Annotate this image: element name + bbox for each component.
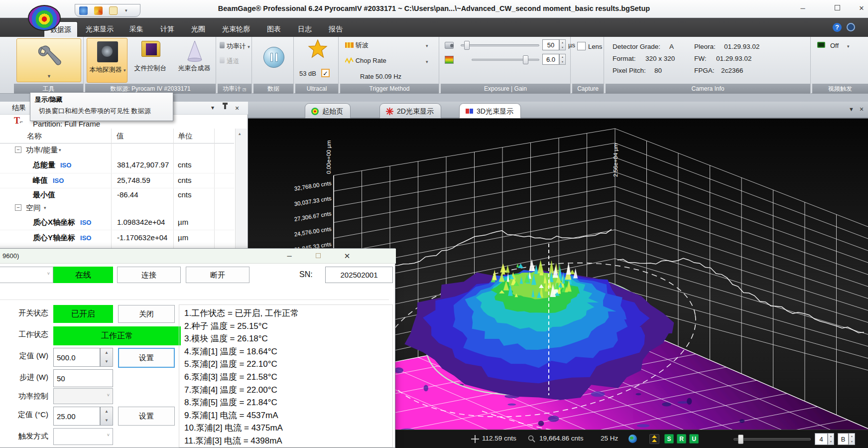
power-control-combobox[interactable]: ˅ xyxy=(53,388,113,404)
tab-2d-display[interactable]: 2D光束显示 xyxy=(379,103,441,118)
status-badge-u[interactable]: U xyxy=(689,434,699,444)
close-button[interactable]: ✕ xyxy=(853,3,868,14)
buffer-spin[interactable]: ▴▾ xyxy=(849,433,855,445)
qat-chevron-icon[interactable]: ▾ xyxy=(125,8,127,13)
port-combobox[interactable]: ˅ xyxy=(0,267,53,283)
frame-spin[interactable]: ▴▾ xyxy=(828,433,834,445)
beam-combiner-button[interactable]: 光束合成器 xyxy=(173,37,216,83)
app-logo-icon[interactable] xyxy=(28,5,61,31)
table-row[interactable]: 最小值 -86.44 cnts xyxy=(0,188,234,202)
results-scrollbar[interactable]: ▴ xyxy=(235,129,247,248)
exposure-spin[interactable]: ▴▾ xyxy=(559,39,566,50)
tab-beam-display[interactable]: 光束显示 xyxy=(80,21,120,37)
navigate-icon[interactable] xyxy=(847,23,855,31)
local-detector-button[interactable]: 本地探测器 ▾ xyxy=(87,38,127,83)
power-setpoint-input[interactable] xyxy=(53,348,100,367)
chop-dropdown-icon[interactable]: ▾ xyxy=(426,43,428,48)
scroll-up-icon[interactable]: ▴ xyxy=(239,131,241,136)
chop-rate-item[interactable]: Chop Rate xyxy=(345,57,386,64)
col-value[interactable]: 值 xyxy=(117,132,124,141)
col-name[interactable]: 名称 xyxy=(27,132,42,141)
chop-rate-dropdown-icon[interactable]: ▾ xyxy=(426,59,428,64)
power-set-button[interactable]: 设置 xyxy=(118,348,175,368)
tab-log[interactable]: 日志 xyxy=(292,21,318,37)
tab-report[interactable]: 报告 xyxy=(323,21,349,37)
powermeter-item[interactable]: 功率计 ▾ xyxy=(220,42,250,51)
exposure-slider[interactable] xyxy=(461,44,539,46)
dialog-title-bar[interactable]: 9600) ─ ✕ xyxy=(0,249,396,264)
sn-input[interactable] xyxy=(325,267,393,283)
frame-number-input[interactable] xyxy=(815,433,828,445)
table-row[interactable]: 质心Y轴坐标ISO -1.170632e+04 µm xyxy=(0,230,234,246)
group-dropdown-icon[interactable]: ▾ xyxy=(44,205,46,210)
zoom-slider-handle[interactable] xyxy=(738,435,744,444)
temp-setpoint-input[interactable] xyxy=(53,407,100,426)
dialog-minimize-icon[interactable]: ─ xyxy=(280,251,298,262)
text-tool-icon[interactable]: T⌐ xyxy=(14,116,26,128)
buffer-button[interactable]: B xyxy=(838,433,849,445)
trigger-mode-combobox[interactable]: ˅ xyxy=(53,428,113,445)
pause-button[interactable] xyxy=(263,47,284,68)
maximize-button[interactable] xyxy=(829,3,846,14)
tab-compute[interactable]: 计算 xyxy=(154,21,180,37)
disconnect-button[interactable]: 断开 xyxy=(186,267,249,283)
exposure-input[interactable] xyxy=(542,39,559,50)
globe-icon[interactable] xyxy=(628,435,637,443)
tabbar-close-icon[interactable]: × xyxy=(860,105,864,113)
dialog-maximize-icon[interactable] xyxy=(309,251,327,262)
video-trigger-value[interactable]: Off xyxy=(830,42,839,49)
exposure-slider-handle[interactable] xyxy=(464,41,470,50)
gain-spin[interactable]: ▴▾ xyxy=(559,54,566,65)
star-icon[interactable] xyxy=(308,39,328,59)
qat-icon-1[interactable] xyxy=(79,6,88,15)
temp-set-button[interactable]: 设置 xyxy=(118,407,175,426)
table-row[interactable]: 峰值ISO 25,748.59 cnts xyxy=(0,173,234,188)
chop-item[interactable]: 斩波 xyxy=(345,41,369,50)
file-console-button[interactable]: 文件控制台 xyxy=(129,37,172,83)
tools-button[interactable]: ▼ xyxy=(16,38,81,82)
list-item: 5.泵浦[2] 温度 = 22.10°C xyxy=(184,358,392,371)
qat-icon-2[interactable] xyxy=(94,6,103,15)
panel-close-icon[interactable]: × xyxy=(235,104,239,112)
power-setpoint-spin[interactable]: ▲▼ xyxy=(100,348,113,367)
status-badge-s[interactable]: S xyxy=(664,434,674,444)
help-icon[interactable]: ? xyxy=(833,23,842,32)
laser-status-list[interactable]: 1.工作状态 = 已开启, 工作正常 2.种子 温度 = 25.15°C 3.模… xyxy=(179,304,393,448)
table-row[interactable]: 质心X轴坐标ISO 1.098342e+04 µm xyxy=(0,214,234,230)
connect-button[interactable]: 连接 xyxy=(117,267,181,283)
status-badge-r[interactable]: R xyxy=(677,434,686,444)
qat-icon-3[interactable] xyxy=(109,6,118,15)
collapse-icon[interactable]: − xyxy=(15,204,21,211)
tab-charts[interactable]: 图表 xyxy=(261,21,287,37)
iso-badge: ISO xyxy=(80,219,91,226)
tooltip: 显示/隐藏 切换窗口和相关色带项的可见性 数据源 xyxy=(30,92,173,121)
video-trigger-dropdown-icon[interactable]: ▾ xyxy=(847,44,850,49)
tab-aperture[interactable]: 光圈 xyxy=(185,21,211,37)
panel-dropdown-icon[interactable]: ▾ xyxy=(211,104,214,111)
minimize-button[interactable]: ─ xyxy=(794,3,811,14)
tab-3d-display[interactable]: 3D光束显示 xyxy=(459,103,521,118)
power-off-button[interactable]: 关闭 xyxy=(118,305,175,323)
tabbar-dropdown-icon[interactable]: ▼ xyxy=(849,106,854,112)
gain-slider[interactable] xyxy=(472,59,539,61)
results-group-row[interactable]: − 功率/能量 ▾ xyxy=(0,145,234,156)
tools-dropdown-icon[interactable]: ▼ xyxy=(47,74,51,79)
zoom-slider[interactable] xyxy=(734,438,811,441)
results-group-row[interactable]: − 空间 ▾ xyxy=(0,202,234,214)
ultracal-checkbox[interactable]: ✓ xyxy=(321,69,330,77)
pin-icon[interactable] xyxy=(224,105,226,109)
gain-slider-handle[interactable] xyxy=(523,55,528,64)
tab-capture[interactable]: 采集 xyxy=(124,21,149,37)
col-unit[interactable]: 单位 xyxy=(178,132,193,141)
table-row[interactable]: 总能量ISO 381,472,907.97 cnts xyxy=(0,157,234,173)
gain-input[interactable] xyxy=(542,54,559,65)
temp-setpoint-spin[interactable]: ▲▼ xyxy=(100,407,113,426)
lens-checkbox[interactable] xyxy=(577,42,586,50)
group-dropdown-icon[interactable]: ▾ xyxy=(59,148,61,152)
power-step-input[interactable] xyxy=(53,369,113,387)
dialog-close-icon[interactable]: ✕ xyxy=(338,251,356,262)
tab-beam-profile[interactable]: 光束轮廓 xyxy=(216,21,256,37)
collapse-icon[interactable]: − xyxy=(15,147,21,153)
tab-start-page[interactable]: 起始页 xyxy=(305,103,351,118)
priority-icon[interactable] xyxy=(649,434,659,444)
